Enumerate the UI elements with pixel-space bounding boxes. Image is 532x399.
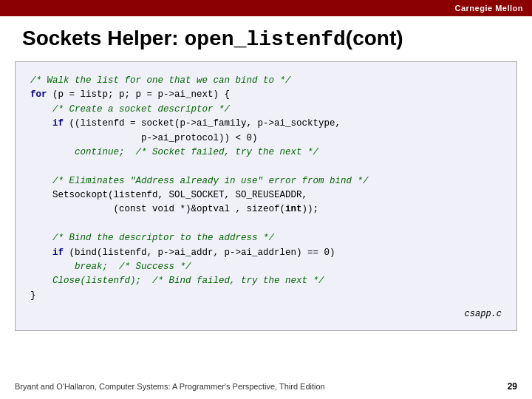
code-line-9: (const void *)&optval , sizeof(int)); — [30, 202, 502, 216]
code-line-13: Close(listenfd); /* Bind failed, try the… — [30, 274, 502, 288]
csapp-label: csapp.c — [30, 307, 502, 321]
footer-text: Bryant and O'Hallaron, Computer Systems:… — [15, 382, 325, 391]
code-line-4: if ((listenfd = socket(p->ai_family, p->… — [30, 117, 502, 131]
brand-label: Carnegie Mellon — [455, 4, 523, 13]
footer: Bryant and O'Hallaron, Computer Systems:… — [0, 381, 532, 392]
code-line-2: for (p = listp; p; p = p->ai_next) { — [30, 88, 502, 102]
page-title: Sockets Helper: open_listenfd(cont) — [0, 16, 532, 58]
header-bar: Carnegie Mellon — [0, 0, 532, 16]
code-line-6: continue; /* Socket failed, try the next… — [30, 146, 502, 160]
code-line-14: } — [30, 289, 502, 303]
title-function: open_listenfd — [184, 28, 345, 51]
code-line-8: Setsockopt(listenfd, SOL_SOCKET, SO_REUS… — [30, 188, 502, 202]
code-line-11: if (bind(listenfd, p->ai_addr, p->ai_add… — [30, 246, 502, 260]
code-line-1: /* Walk the list for one that we can bin… — [30, 74, 502, 88]
code-line-12: break; /* Success */ — [30, 260, 502, 274]
page-number: 29 — [508, 381, 517, 392]
title-prefix: Sockets Helper: — [22, 27, 184, 50]
code-line-5: p->ai_protocol)) < 0) — [30, 132, 502, 146]
code-line-3: /* Create a socket descriptor */ — [30, 103, 502, 117]
code-line-blank-2 — [30, 217, 502, 231]
code-box: /* Walk the list for one that we can bin… — [15, 61, 517, 331]
code-line-blank-1 — [30, 160, 502, 174]
code-line-7: /* Eliminates "Address already in use" e… — [30, 174, 502, 188]
title-suffix: (cont) — [346, 27, 403, 50]
code-line-10: /* Bind the descriptor to the address */ — [30, 231, 502, 245]
